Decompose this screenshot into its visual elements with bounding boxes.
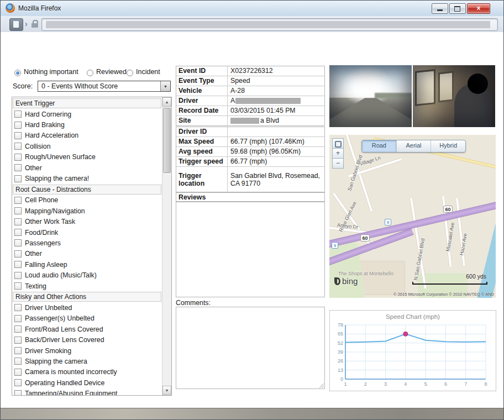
road-camera-image <box>329 65 412 127</box>
route-9-shield: 9 <box>332 242 338 249</box>
checkbox[interactable] <box>14 197 22 204</box>
checklist-section-header: Event Trigger <box>13 98 161 108</box>
table-row: Event TypeSpeed <box>176 76 324 86</box>
checkbox[interactable] <box>14 282 22 290</box>
checkbox[interactable] <box>14 315 22 322</box>
checkbox[interactable] <box>14 154 22 161</box>
checklist-item: Falling Asleep <box>12 259 162 270</box>
scroll-down-icon[interactable]: ▼ <box>162 386 171 395</box>
poi-label: The Shops at Montebello <box>338 271 393 276</box>
checklist-item: Other <box>12 249 162 259</box>
comments-textarea[interactable] <box>176 307 325 389</box>
checkbox[interactable] <box>14 111 22 118</box>
page-icon <box>13 21 19 28</box>
svg-text:0: 0 <box>340 376 343 382</box>
tab-road[interactable]: Road <box>362 140 396 152</box>
pan-icon <box>335 141 342 148</box>
zoom-in-button[interactable]: + <box>332 148 344 159</box>
speed-details-table: Driver ID Max Speed66.77 (mph) (107.46Km… <box>176 127 325 192</box>
maximize-button[interactable] <box>449 3 466 14</box>
svg-text:7: 7 <box>464 381 467 387</box>
radio-nothing-important[interactable] <box>14 70 21 76</box>
resize-grip[interactable] <box>318 382 324 388</box>
checkbox-label: Hard Acceleration <box>25 132 78 139</box>
redacted-text <box>235 98 301 104</box>
checkbox[interactable] <box>14 229 22 236</box>
radio-reviewed[interactable] <box>87 70 93 76</box>
checkbox[interactable] <box>14 358 22 365</box>
reviews-header: Reviews <box>176 192 325 202</box>
radio-label: Nothing important <box>24 68 78 76</box>
minimize-button[interactable] <box>432 3 448 14</box>
svg-text:6: 6 <box>444 381 447 387</box>
checkbox-label: Hard Cornering <box>25 111 71 118</box>
checkbox[interactable] <box>14 347 22 354</box>
map-pan-button[interactable] <box>332 138 344 149</box>
table-row: Event IDX0237226312 <box>176 66 324 76</box>
route-60-shield: 60 <box>443 206 453 213</box>
checklist-item: Other <box>12 162 162 173</box>
navigation-bar: › <box>1 16 504 33</box>
scroll-up-icon[interactable]: ▲ <box>162 97 171 107</box>
url-input[interactable] <box>41 18 498 31</box>
score-select[interactable]: 0 - Events Without Score ▼ <box>38 81 171 92</box>
map-view-tabs: Road Aerial Hybrid <box>361 140 466 153</box>
close-button[interactable]: × <box>467 3 490 14</box>
table-row: Max Speed66.77 (mph) (107.46Km) <box>176 137 324 147</box>
speed-chart-panel: Speed Chart (mph) 013263952657812345678 <box>329 310 496 391</box>
checkbox[interactable] <box>14 326 22 333</box>
dropdown-arrow-icon: ▼ <box>160 81 170 91</box>
map-copyright: © 2015 Microsoft Corporation © 2010 NAVT… <box>393 292 494 297</box>
checkbox-label: Mapping/Navigation <box>25 207 85 215</box>
bing-map[interactable]: Village Ln San Gabriel Blvd Rose Glen Av… <box>329 135 496 298</box>
table-row: Avg speed59.68 (mph) (96.05Km) <box>176 147 324 157</box>
scrollbar-thumb[interactable] <box>163 108 171 173</box>
svg-text:3: 3 <box>384 381 387 387</box>
checkbox[interactable] <box>14 207 22 214</box>
checkbox[interactable] <box>14 143 22 150</box>
tab-hybrid[interactable]: Hybrid <box>431 140 465 152</box>
checkbox[interactable] <box>14 261 22 268</box>
svg-text:78: 78 <box>338 322 343 328</box>
checkbox[interactable] <box>14 122 22 129</box>
table-row: Trigger speed66.77 (mph) <box>176 157 324 167</box>
checkbox-label: Other <box>25 250 42 258</box>
checkbox[interactable] <box>14 175 22 182</box>
checkbox[interactable] <box>14 369 22 376</box>
checkbox-label: Back/Driver Lens Covered <box>25 336 104 344</box>
checklist-section-header: Root Cause - Distractions <box>13 185 161 195</box>
radio-label: Incident <box>136 68 160 76</box>
checkbox-label: Loud audio (Music/Talk) <box>25 271 97 279</box>
checkbox[interactable] <box>14 164 22 171</box>
zoom-out-button[interactable]: − <box>332 158 344 169</box>
checklist-item: Rough/Uneven Surface <box>12 152 162 162</box>
checkbox[interactable] <box>14 250 22 258</box>
tab-aerial[interactable]: Aerial <box>396 140 431 152</box>
svg-text:2: 2 <box>364 381 367 387</box>
chart-title: Speed Chart (mph) <box>330 313 496 320</box>
bing-logo: bing <box>334 276 358 286</box>
checklist-items: Event Trigger Hard Cornering Hard Brakin… <box>12 97 162 395</box>
checkbox[interactable] <box>14 218 22 225</box>
checkbox[interactable] <box>14 304 22 311</box>
checklist-scrollbar[interactable]: ▲ ▼ <box>162 97 171 395</box>
score-selected-value: 0 - Events Without Score <box>38 81 160 91</box>
url-redacted-text <box>46 21 490 28</box>
checkbox[interactable] <box>14 379 22 386</box>
checkbox[interactable] <box>14 132 22 139</box>
page-button[interactable] <box>9 18 23 31</box>
lock-icon <box>32 20 38 28</box>
checkbox[interactable] <box>14 337 22 344</box>
radio-incident[interactable] <box>127 70 133 76</box>
checkbox-label: Passengers <box>25 239 61 247</box>
window-title: Mozilla Firefox <box>18 4 61 12</box>
checkbox-label: Camera is mounted incorrectly <box>25 368 117 376</box>
svg-text:39: 39 <box>338 349 343 355</box>
comments-label: Comments: <box>176 299 211 307</box>
checklist-item: Food/Drink <box>12 227 162 238</box>
page-content: Nothing important Reviewed Incident Scor… <box>1 32 504 408</box>
checkbox[interactable] <box>14 272 22 279</box>
checkbox[interactable] <box>14 390 22 395</box>
svg-text:1: 1 <box>344 381 347 387</box>
checkbox[interactable] <box>14 239 22 246</box>
